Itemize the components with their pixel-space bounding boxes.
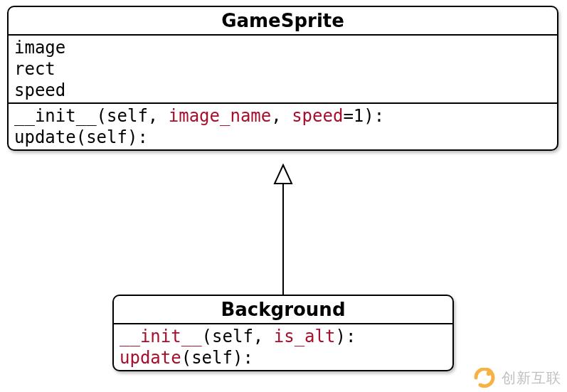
method-name: update: [14, 127, 76, 147]
method-row: __init__(self, image_name, speed=1):: [14, 105, 551, 127]
class-title: Background: [114, 296, 452, 323]
method-name: __init__: [120, 327, 202, 346]
watermark-logo-icon: [473, 368, 497, 388]
method-param: image_name: [169, 106, 272, 126]
method-param: self: [86, 127, 127, 147]
method-row: update(self):: [120, 347, 447, 369]
method-param: self: [212, 327, 253, 346]
method-name: update: [120, 348, 181, 368]
method-row: __init__(self, is_alt):: [120, 326, 447, 347]
attr-row: speed: [14, 80, 551, 101]
attr-row: rect: [14, 58, 551, 80]
svg-point-2: [487, 371, 491, 376]
class-title: GameSprite: [9, 7, 557, 34]
class-box-background: Background __init__(self, is_alt): updat…: [112, 295, 454, 371]
method-row: update(self):: [14, 127, 551, 148]
svg-marker-1: [275, 165, 292, 184]
method-param: is_alt: [274, 327, 336, 346]
class-methods: __init__(self, is_alt): update(self):: [114, 323, 452, 370]
class-box-gamesprite: GameSprite image rect speed __init__(sel…: [7, 6, 558, 151]
attr-row: image: [14, 37, 551, 58]
class-attributes: image rect speed: [9, 34, 557, 102]
method-param: self: [107, 106, 148, 126]
method-param: speed: [292, 106, 343, 126]
method-param: self: [191, 348, 233, 368]
method-name: __init__: [14, 106, 97, 126]
watermark-text: 创新互联: [502, 369, 561, 388]
class-methods: __init__(self, image_name, speed=1): upd…: [9, 102, 557, 149]
watermark: 创新互联: [473, 368, 561, 388]
method-param-default: 1: [354, 106, 364, 126]
